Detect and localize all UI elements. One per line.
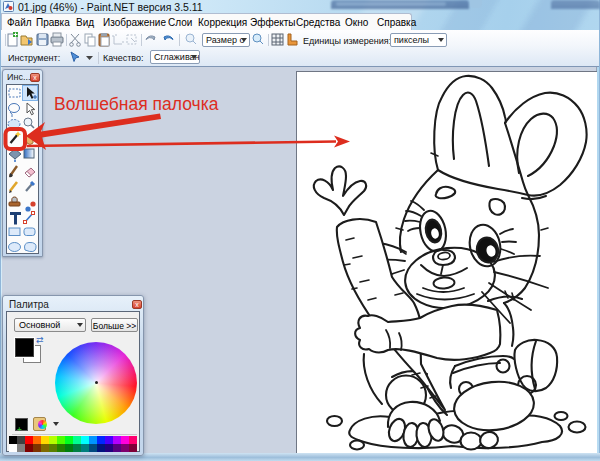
- svg-text:Волшебная палочка: Волшебная палочка: [54, 94, 219, 114]
